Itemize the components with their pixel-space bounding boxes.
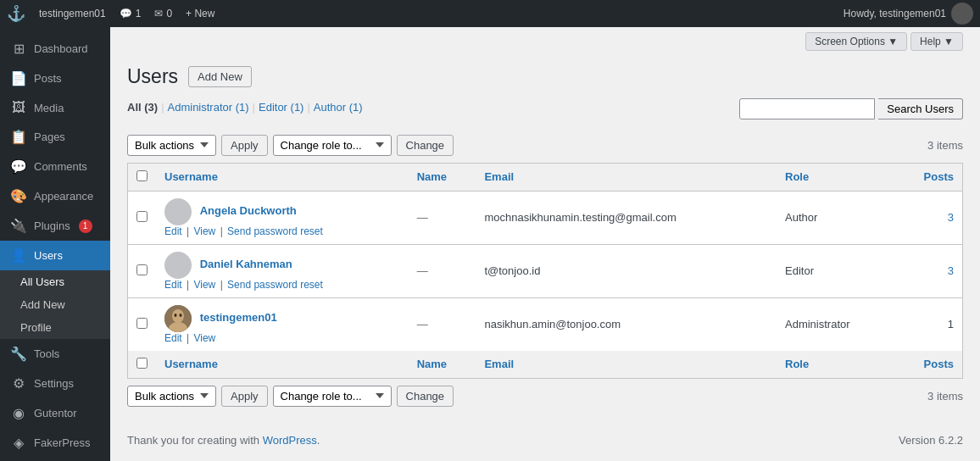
filter-editor[interactable]: Editor (1) [259, 101, 303, 114]
footer-left: Thank you for creating with WordPress. [127, 434, 320, 447]
adminbar-messages-count: 0 [166, 8, 172, 19]
message-icon: ✉ [154, 8, 163, 19]
col-footer-posts[interactable]: Posts [894, 351, 963, 379]
help-button[interactable]: Help ▼ [910, 32, 963, 51]
view-link-angela[interactable]: View [193, 225, 215, 237]
adminbar-new[interactable]: + New [179, 8, 221, 19]
admin-bar: ⚓ testingemen01 💬 1 ✉ 0 + New Howdy, tes… [0, 0, 980, 27]
col-footer-role: Role [777, 351, 894, 379]
posts-link-angela[interactable]: 3 [903, 211, 954, 224]
change-button-top[interactable]: Change [397, 135, 454, 156]
sidebar-item-media[interactable]: 🖼 Media [0, 93, 110, 122]
sidebar-item-all-users[interactable]: All Users [0, 270, 110, 293]
sidebar-item-settings[interactable]: ⚙ Settings [0, 369, 110, 398]
username-link-testing[interactable]: testingemen01 [200, 311, 277, 324]
add-new-button[interactable]: Add New [188, 66, 252, 87]
email-link-daniel[interactable]: t@tonjoo.id [484, 264, 540, 277]
row-checkbox-daniel[interactable] [136, 264, 148, 275]
sidebar-item-label: Comments [34, 160, 87, 173]
sidebar-item-comments[interactable]: 💬 Comments [0, 152, 110, 181]
send-password-link-daniel[interactable]: Send password reset [227, 279, 323, 291]
edit-link-daniel[interactable]: Edit [164, 279, 182, 291]
sidebar-item-appearance[interactable]: 🎨 Appearance [0, 181, 110, 211]
col-header-posts[interactable]: Posts [894, 163, 963, 191]
username-link-angela[interactable]: Angela Duckworth [200, 204, 297, 217]
col-header-email[interactable]: Email [476, 163, 777, 191]
wp-logo[interactable]: ⚓ [7, 4, 25, 23]
sidebar-item-dashboard[interactable]: ⊞ Dashboard [0, 34, 110, 64]
sidebar-item-label: Media [34, 102, 64, 114]
select-all-checkbox-bottom[interactable] [136, 358, 148, 369]
change-role-select-top[interactable]: Change role to... [273, 135, 392, 156]
select-all-checkbox[interactable] [136, 170, 148, 181]
bulk-actions-select-top[interactable]: Bulk actions [127, 135, 216, 156]
items-count-top: 3 items [927, 139, 963, 152]
adminbar-messages[interactable]: ✉ 0 [148, 8, 179, 19]
edit-link-angela[interactable]: Edit [164, 225, 182, 237]
filter-administrator[interactable]: Administrator (1) [168, 101, 249, 114]
screen-meta-links: Screen Options ▼ Help ▼ [110, 27, 980, 56]
col-footer-username[interactable]: Username [156, 351, 409, 379]
comments-icon: 💬 [10, 158, 27, 175]
tablenav-top: Bulk actions Apply Change role to... Cha… [127, 135, 963, 156]
collapse-menu-button[interactable]: ◀ Collapse menu [0, 458, 110, 461]
table-header-row: Username Name Email Role Posts [128, 163, 963, 191]
search-users-button[interactable]: Search Users [878, 98, 963, 119]
filter-links: All (3) | Administrator (1) | Editor (1)… [127, 101, 363, 114]
sidebar-item-gutentor[interactable]: ◉ Gutentor [0, 398, 110, 428]
email-link-angela[interactable]: mochnasikhunamin.testing@gmail.com [484, 211, 676, 224]
col-header-username[interactable]: Username [156, 163, 409, 191]
row-name-daniel: — [409, 244, 476, 297]
filter-all[interactable]: All (3) [127, 101, 158, 114]
row-checkbox-testing[interactable] [136, 318, 148, 329]
sidebar-item-add-new[interactable]: Add New [0, 293, 110, 316]
change-role-select-bottom[interactable]: Change role to... [273, 386, 392, 407]
adminbar-site[interactable]: testingemen01 [32, 8, 113, 19]
posts-link-daniel[interactable]: 3 [903, 264, 954, 277]
view-link-daniel[interactable]: View [193, 279, 215, 291]
sidebar-item-label: Tools [34, 347, 59, 360]
email-link-testing[interactable]: nasikhun.amin@tonjoo.com [484, 318, 621, 330]
sidebar-item-pages[interactable]: 📋 Pages [0, 122, 110, 152]
apply-button-bottom[interactable]: Apply [221, 386, 268, 407]
bulk-actions-select-bottom[interactable]: Bulk actions [127, 386, 216, 407]
sidebar-item-label: Appearance [34, 190, 93, 203]
items-count-bottom: 3 items [927, 390, 963, 403]
filter-author[interactable]: Author (1) [314, 101, 363, 114]
page-title-area: Users Add New [127, 64, 963, 90]
row-checkbox-angela[interactable] [136, 211, 148, 222]
sidebar-item-plugins[interactable]: 🔌 Plugins 1 [0, 211, 110, 241]
avatar [164, 198, 192, 225]
tablenav-right-top: 3 items [927, 139, 963, 152]
adminbar-comments[interactable]: 💬 1 [113, 8, 148, 19]
change-button-bottom[interactable]: Change [397, 386, 454, 407]
footer-wp-link[interactable]: WordPress [263, 434, 317, 447]
plugins-badge: 1 [79, 219, 92, 233]
username-link-daniel[interactable]: Daniel Kahneman [200, 258, 292, 270]
sidebar-item-users[interactable]: 👤 Users [0, 241, 110, 270]
search-users-input[interactable] [739, 98, 875, 119]
edit-link-testing[interactable]: Edit [164, 332, 182, 344]
row-email-angela: mochnasikhunamin.testing@gmail.com [476, 191, 777, 244]
row-check-testing [128, 297, 157, 351]
avatar [164, 252, 192, 279]
sidebar-item-tools[interactable]: 🔧 Tools [0, 339, 110, 369]
sidebar-item-fakerpress[interactable]: ◈ FakerPress [0, 428, 110, 458]
sidebar-item-profile[interactable]: Profile [0, 316, 110, 339]
footer-thank-you: Thank you for creating with [127, 434, 259, 447]
footer-version: Version 6.2.2 [899, 434, 963, 447]
send-password-link-angela[interactable]: Send password reset [227, 225, 323, 237]
col-footer-email[interactable]: Email [476, 351, 777, 379]
table-body: Angela Duckworth Edit | View | Send pass… [128, 191, 963, 351]
footer: Thank you for creating with WordPress. V… [110, 424, 980, 457]
page-title: Users [127, 64, 178, 90]
sidebar-item-posts[interactable]: 📄 Posts [0, 64, 110, 93]
comment-icon: 💬 [120, 8, 132, 19]
apply-button-top[interactable]: Apply [221, 135, 268, 156]
row-username-daniel: Daniel Kahneman Edit | View | Send passw… [156, 244, 409, 297]
screen-options-button[interactable]: Screen Options ▼ [805, 32, 907, 51]
sidebar-item-label: Users [34, 249, 63, 262]
view-link-testing[interactable]: View [193, 332, 215, 344]
row-posts-testing: 1 [894, 297, 963, 351]
row-actions-testing: Edit | View [164, 332, 400, 344]
